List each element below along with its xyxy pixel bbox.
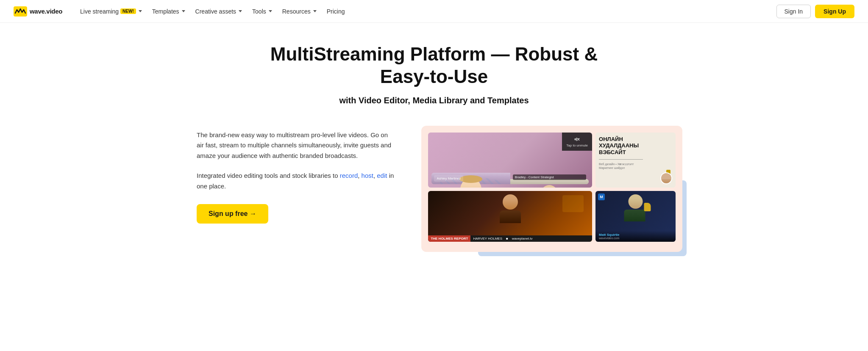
- hero-description2: Integrated video editing tools and stock…: [197, 171, 396, 192]
- nav-item-resources[interactable]: Resources: [278, 6, 321, 17]
- hero-title: MultiStreaming Platform — Robust & Easy-…: [264, 43, 604, 88]
- cyrillic-line1: ОНЛАЙН: [599, 136, 672, 143]
- logo-icon: [14, 6, 27, 17]
- media-cell-news: THE HOLMES REPORT HARVEY HOLMES ■ wavepl…: [428, 191, 592, 242]
- media-cell-guest-grid: Ashley Martinez: [428, 133, 592, 188]
- nav-item-templates[interactable]: Templates: [148, 6, 189, 17]
- logo-text: wave.video: [30, 8, 62, 15]
- media-cell-cyrillic: ОНЛАЙН ХУДАЛДААНЫ ВЭБСАЙТ ————————————— …: [595, 133, 676, 188]
- media-cell-interview: Matt Squirtle wavevideo.com M: [595, 191, 676, 242]
- new-badge: New!: [120, 8, 136, 14]
- sign-in-button[interactable]: Sign In: [776, 5, 811, 18]
- nav-item-pricing[interactable]: Pricing: [323, 6, 349, 17]
- host-link[interactable]: host: [362, 172, 373, 179]
- cyrillic-line3: ВЭБСАЙТ: [599, 149, 672, 156]
- chevron-down-icon: [182, 10, 185, 12]
- cta-button[interactable]: Sign up free →: [197, 204, 268, 224]
- mute-icon: [574, 136, 581, 143]
- nav-auth: Sign In Sign Up: [776, 5, 854, 18]
- media-container: Ashley Martinez: [421, 126, 682, 252]
- sign-up-button[interactable]: Sign Up: [815, 5, 854, 18]
- nav-item-live-streaming[interactable]: Live streaming New!: [76, 6, 146, 17]
- hero-right: Ashley Martinez: [421, 126, 682, 252]
- logo[interactable]: wave.video: [14, 6, 62, 17]
- record-link[interactable]: record: [340, 172, 358, 179]
- unmute-overlay[interactable]: Tap to unmute: [562, 133, 592, 151]
- hero-body: The brand-new easy way to multistream pr…: [197, 126, 671, 252]
- hero-left: The brand-new easy way to multistream pr…: [197, 126, 396, 224]
- navbar: wave.video Live streaming New! Templates…: [0, 0, 868, 23]
- edit-link[interactable]: edit: [377, 172, 387, 179]
- chevron-down-icon: [313, 10, 317, 12]
- cyrillic-line2: ХУДАЛДААНЫ: [599, 142, 672, 149]
- hero-section: MultiStreaming Platform — Robust & Easy-…: [180, 23, 688, 277]
- unmute-text: Tap to unmute: [566, 144, 588, 148]
- nav-item-creative-assets[interactable]: Creative assets: [191, 6, 246, 17]
- media-grid: Ashley Martinez: [428, 133, 676, 242]
- chevron-down-icon: [139, 10, 142, 12]
- nav-item-tools[interactable]: Tools: [248, 6, 276, 17]
- chevron-down-icon: [239, 10, 242, 12]
- chevron-down-icon: [269, 10, 272, 12]
- hero-description: The brand-new easy way to multistream pr…: [197, 130, 396, 161]
- nav-items: Live streaming New! Templates Creative a…: [76, 6, 776, 17]
- hero-subtitle: with Video Editor, Media Library and Tem…: [339, 96, 529, 105]
